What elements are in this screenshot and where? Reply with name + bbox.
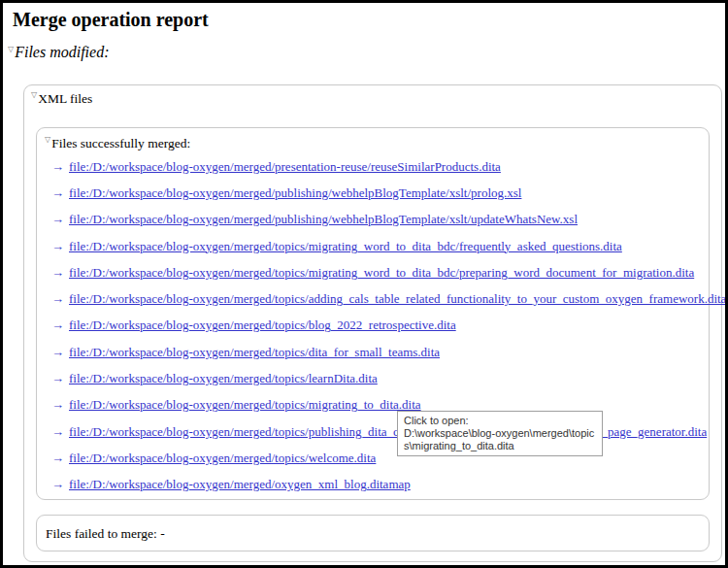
arrow-icon: → (51, 424, 64, 440)
file-link[interactable]: file:/D:/workspace/blog-oxygen/merged/pr… (69, 159, 501, 175)
arrow-icon: → (51, 185, 64, 201)
list-item: →file:/D:/workspace/blog-oxygen/merged/o… (51, 472, 726, 498)
arrow-icon: → (51, 451, 64, 466)
file-link[interactable]: file:/D:/workspace/blog-oxygen/merged/to… (69, 371, 378, 386)
list-item: →file:/D:/workspace/blog-oxygen/merged/t… (51, 392, 726, 418)
arrow-icon: → (51, 317, 64, 333)
files-modified-section-header: ▽Files modified: (8, 44, 109, 61)
list-item: →file:/D:/workspace/blog-oxygen/merged/t… (51, 285, 726, 312)
tooltip-path: D:\workspace\blog-oxygen\merged\topics\m… (404, 427, 596, 452)
file-link[interactable]: file:/D:/workspace/blog-oxygen/merged/to… (69, 397, 421, 413)
arrow-icon: → (51, 291, 64, 307)
merged-files-section-header: ▽Files successfully merged: (45, 136, 190, 151)
list-item: →file:/D:/workspace/blog-oxygen/merged/p… (51, 153, 726, 180)
file-link[interactable]: file:/D:/workspace/blog-oxygen/merged/pu… (69, 185, 521, 201)
collapse-triangle-icon[interactable]: ▽ (31, 91, 37, 99)
arrow-icon: → (51, 212, 64, 227)
file-link[interactable]: file:/D:/workspace/blog-oxygen/merged/to… (69, 291, 726, 307)
file-link[interactable]: file:/D:/workspace/blog-oxygen/merged/to… (69, 424, 707, 440)
list-item: →file:/D:/workspace/blog-oxygen/merged/t… (51, 445, 726, 471)
arrow-icon: → (51, 239, 64, 254)
tooltip-title: Click to open: (404, 415, 596, 427)
list-item: →file:/D:/workspace/blog-oxygen/merged/t… (51, 339, 726, 365)
file-link[interactable]: file:/D:/workspace/blog-oxygen/merged/to… (69, 265, 694, 281)
arrow-icon: → (51, 265, 64, 281)
list-item: →file:/D:/workspace/blog-oxygen/merged/t… (51, 365, 726, 391)
merged-files-label: Files successfully merged: (51, 136, 190, 150)
arrow-icon: → (51, 345, 64, 360)
page-title: Merge operation report (13, 9, 209, 31)
list-item: →file:/D:/workspace/blog-oxygen/merged/p… (51, 207, 726, 233)
file-link-tooltip: Click to open: D:\workspace\blog-oxygen\… (397, 411, 603, 456)
failed-files-panel: Files failed to merge: - (36, 515, 710, 551)
file-link[interactable]: file:/D:/workspace/blog-oxygen/merged/pu… (69, 212, 578, 227)
xml-files-panel: ▽XML files ▽Files successfully merged: →… (23, 84, 722, 562)
list-item: →file:/D:/workspace/blog-oxygen/merged/t… (51, 259, 726, 285)
file-link[interactable]: file:/D:/workspace/blog-oxygen/merged/to… (69, 451, 376, 466)
xml-files-label: XML files (38, 91, 92, 106)
collapse-triangle-icon[interactable]: ▽ (45, 136, 50, 144)
arrow-icon: → (51, 477, 64, 492)
collapse-triangle-icon[interactable]: ▽ (8, 46, 14, 53)
merged-file-list: →file:/D:/workspace/blog-oxygen/merged/p… (51, 153, 726, 498)
failed-files-label: Files failed to merge: - (46, 526, 165, 542)
file-link[interactable]: file:/D:/workspace/blog-oxygen/merged/ox… (69, 477, 411, 492)
arrow-icon: → (51, 397, 64, 413)
merged-files-panel: ▽Files successfully merged: →file:/D:/wo… (36, 127, 710, 500)
list-item: →file:/D:/workspace/blog-oxygen/merged/t… (51, 313, 726, 339)
list-item: →file:/D:/workspace/blog-oxygen/merged/p… (51, 180, 726, 206)
merge-report-page: Merge operation report ▽Files modified: … (0, 0, 728, 568)
list-item: →file:/D:/workspace/blog-oxygen/merged/t… (51, 233, 726, 259)
file-link[interactable]: file:/D:/workspace/blog-oxygen/merged/to… (69, 345, 440, 360)
xml-files-section-header: ▽XML files (31, 91, 92, 107)
list-item: →file:/D:/workspace/blog-oxygen/merged/t… (51, 418, 726, 445)
file-link[interactable]: file:/D:/workspace/blog-oxygen/merged/to… (69, 317, 456, 333)
file-link[interactable]: file:/D:/workspace/blog-oxygen/merged/to… (69, 239, 622, 254)
arrow-icon: → (51, 159, 64, 175)
files-modified-label: Files modified: (15, 44, 109, 60)
arrow-icon: → (51, 371, 64, 386)
